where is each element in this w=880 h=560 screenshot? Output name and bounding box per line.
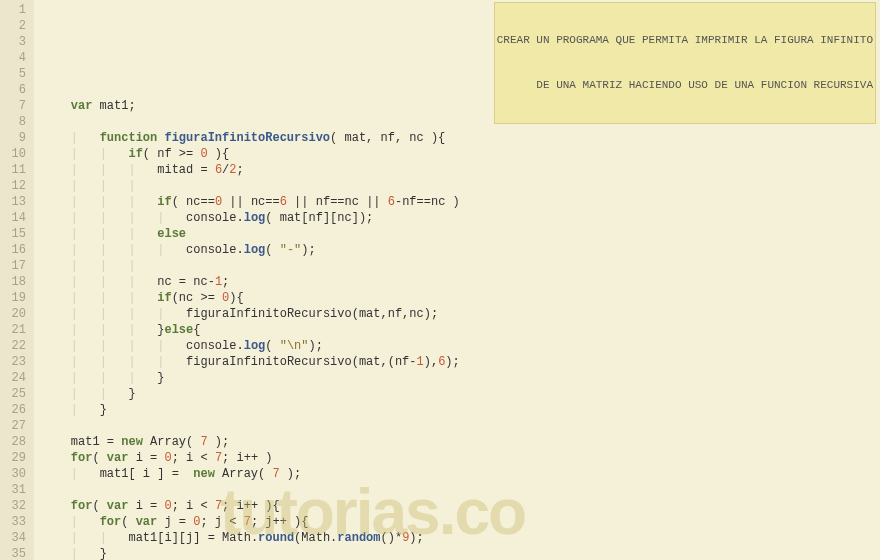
line-number: 20 bbox=[4, 306, 26, 322]
code-line[interactable]: | | | bbox=[42, 178, 880, 194]
code-line[interactable]: | | } bbox=[42, 386, 880, 402]
code-line[interactable] bbox=[42, 66, 880, 82]
line-number: 17 bbox=[4, 258, 26, 274]
code-line[interactable]: | | | | console.log( "\n"); bbox=[42, 338, 880, 354]
line-number: 6 bbox=[4, 82, 26, 98]
line-number: 13 bbox=[4, 194, 26, 210]
code-line[interactable]: | | | nc = nc-1; bbox=[42, 274, 880, 290]
line-number: 30 bbox=[4, 466, 26, 482]
line-number: 21 bbox=[4, 322, 26, 338]
code-line[interactable]: for( var i = 0; i < 7; i++ ) bbox=[42, 450, 880, 466]
line-number: 31 bbox=[4, 482, 26, 498]
code-line[interactable]: | | | | console.log( mat[nf][nc]); bbox=[42, 210, 880, 226]
line-number: 4 bbox=[4, 50, 26, 66]
code-line[interactable] bbox=[42, 50, 880, 66]
code-line[interactable]: for( var i = 0; i < 7; i++ ){ bbox=[42, 498, 880, 514]
code-line[interactable] bbox=[42, 418, 880, 434]
line-number: 28 bbox=[4, 434, 26, 450]
line-number: 12 bbox=[4, 178, 26, 194]
code-line[interactable]: | } bbox=[42, 546, 880, 560]
line-number: 33 bbox=[4, 514, 26, 530]
code-line[interactable]: | | | if( nc==0 || nc==6 || nf==nc || 6-… bbox=[42, 194, 880, 210]
line-number: 16 bbox=[4, 242, 26, 258]
line-number: 15 bbox=[4, 226, 26, 242]
code-line[interactable]: | | if( nf >= 0 ){ bbox=[42, 146, 880, 162]
code-line[interactable]: | function figuraInfinitoRecursivo( mat,… bbox=[42, 130, 880, 146]
code-line[interactable]: | | mat1[i][j] = Math.round(Math.random(… bbox=[42, 530, 880, 546]
line-number: 27 bbox=[4, 418, 26, 434]
line-number: 29 bbox=[4, 450, 26, 466]
code-line[interactable] bbox=[42, 482, 880, 498]
line-number: 7 bbox=[4, 98, 26, 114]
code-line[interactable]: mat1 = new Array( 7 ); bbox=[42, 434, 880, 450]
code-line[interactable]: | | | bbox=[42, 258, 880, 274]
code-line[interactable]: | | | } bbox=[42, 370, 880, 386]
line-number: 34 bbox=[4, 530, 26, 546]
line-number: 18 bbox=[4, 274, 26, 290]
code-line[interactable]: var mat1; bbox=[42, 98, 880, 114]
code-line[interactable]: | | | }else{ bbox=[42, 322, 880, 338]
code-line[interactable]: | } bbox=[42, 402, 880, 418]
code-line[interactable]: | mat1[ i ] = new Array( 7 ); bbox=[42, 466, 880, 482]
code-line[interactable] bbox=[42, 82, 880, 98]
line-number: 8 bbox=[4, 114, 26, 130]
line-number: 22 bbox=[4, 338, 26, 354]
code-line[interactable]: | | | mitad = 6/2; bbox=[42, 162, 880, 178]
code-area[interactable]: CREAR UN PROGRAMA QUE PERMITA IMPRIMIR L… bbox=[34, 0, 880, 560]
line-number: 35 bbox=[4, 546, 26, 560]
line-number: 23 bbox=[4, 354, 26, 370]
code-line[interactable]: | | | | console.log( "-"); bbox=[42, 242, 880, 258]
line-number: 3 bbox=[4, 34, 26, 50]
code-line[interactable]: | | | else bbox=[42, 226, 880, 242]
code-line[interactable] bbox=[42, 114, 880, 130]
line-gutter: 1234567891011121314151617181920212223242… bbox=[0, 0, 34, 560]
code-editor: 1234567891011121314151617181920212223242… bbox=[0, 0, 880, 560]
line-number: 5 bbox=[4, 66, 26, 82]
code-line[interactable]: | | | | figuraInfinitoRecursivo(mat,(nf-… bbox=[42, 354, 880, 370]
line-number: 2 bbox=[4, 18, 26, 34]
line-number: 10 bbox=[4, 146, 26, 162]
code-line[interactable]: | | | | figuraInfinitoRecursivo(mat,nf,n… bbox=[42, 306, 880, 322]
code-line[interactable]: | | | if(nc >= 0){ bbox=[42, 290, 880, 306]
line-number: 11 bbox=[4, 162, 26, 178]
line-number: 26 bbox=[4, 402, 26, 418]
line-number: 1 bbox=[4, 2, 26, 18]
line-number: 25 bbox=[4, 386, 26, 402]
line-number: 14 bbox=[4, 210, 26, 226]
line-number: 9 bbox=[4, 130, 26, 146]
line-number: 19 bbox=[4, 290, 26, 306]
line-number: 24 bbox=[4, 370, 26, 386]
code-line[interactable]: | for( var j = 0; j < 7; j++ ){ bbox=[42, 514, 880, 530]
line-number: 32 bbox=[4, 498, 26, 514]
comment-line-1: CREAR UN PROGRAMA QUE PERMITA IMPRIMIR L… bbox=[497, 33, 873, 48]
